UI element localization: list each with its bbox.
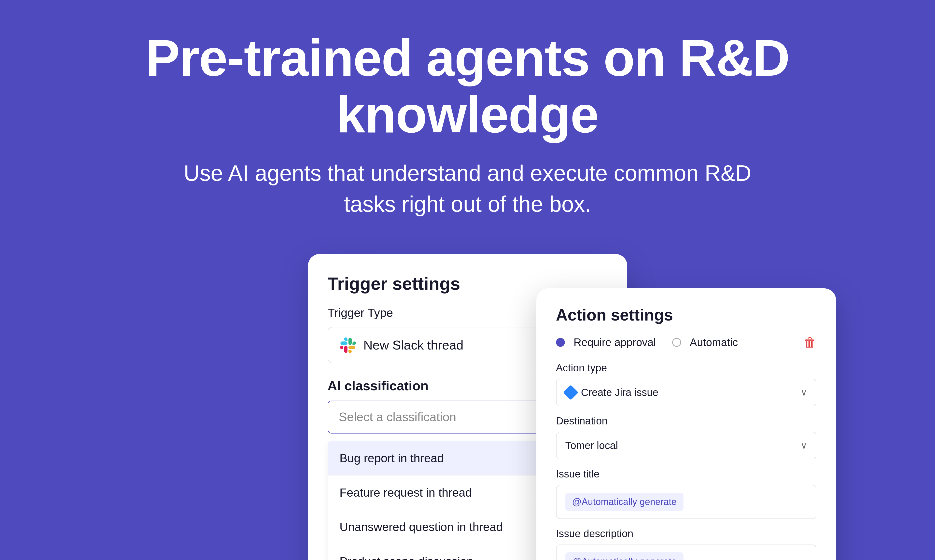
destination-label: Destination	[556, 415, 817, 427]
action-type-content: Create Jira issue	[565, 386, 658, 398]
require-approval-radio[interactable]	[556, 338, 565, 347]
approval-row: Require approval Automatic 🗑	[556, 335, 817, 350]
action-type-label: Action type	[556, 362, 817, 374]
action-card-title: Action settings	[556, 306, 817, 324]
issue-description-box[interactable]: @Automatically generate	[556, 545, 817, 560]
destination-chevron: ∨	[801, 440, 807, 451]
issue-title-label: Issue title	[556, 468, 817, 480]
action-type-chevron: ∨	[801, 387, 807, 398]
cards-container: Trigger settings Trigger Type New Slack …	[99, 254, 836, 560]
action-settings-card: Action settings Require approval Automat…	[537, 288, 836, 560]
automatic-label: Automatic	[690, 336, 738, 349]
issue-title-badge: @Automatically generate	[565, 493, 683, 511]
hero-subtitle: Use AI agents that understand and execut…	[173, 158, 762, 220]
require-approval-label: Require approval	[574, 336, 656, 349]
trigger-type-value: New Slack thread	[363, 338, 464, 352]
issue-description-label: Issue description	[556, 528, 817, 540]
action-type-value: Create Jira issue	[581, 386, 658, 398]
destination-value: Tomer local	[565, 440, 618, 451]
hero-title: Pre-trained agents on R&D knowledge	[75, 29, 861, 143]
delete-icon[interactable]: 🗑	[804, 335, 817, 350]
destination-select[interactable]: Tomer local ∨	[556, 432, 817, 459]
issue-title-box[interactable]: @Automatically generate	[556, 485, 817, 519]
action-type-select[interactable]: Create Jira issue ∨	[556, 379, 817, 406]
slack-icon	[339, 336, 357, 354]
automatic-radio[interactable]	[672, 338, 681, 347]
issue-description-badge: @Automatically generate	[565, 552, 683, 560]
jira-icon	[563, 385, 578, 400]
